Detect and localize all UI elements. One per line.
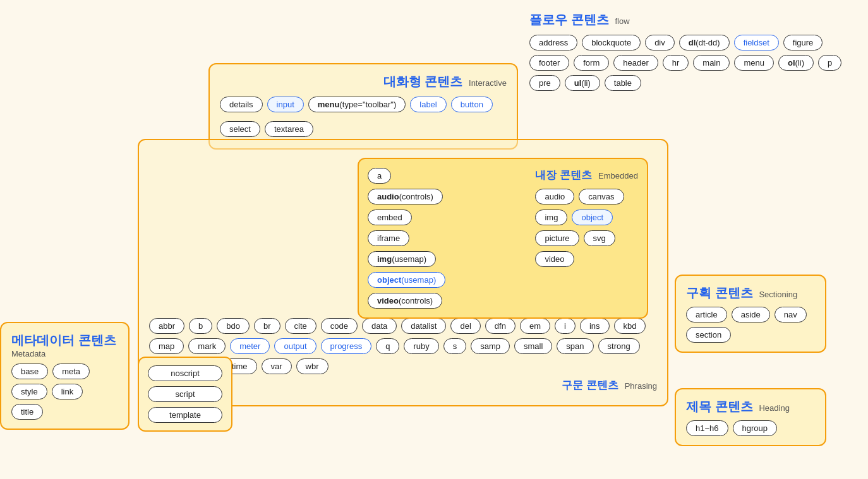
tag-video: video (535, 251, 574, 267)
tag-menu-type--toolbar--: menu(type="toolbar") (308, 97, 406, 112)
interactive-tags: detailsinputmenu(type="toolbar")labelbut… (220, 97, 507, 137)
tag-a: a (368, 168, 391, 184)
tag-dfn: dfn (485, 318, 515, 334)
tag-style: style (11, 384, 47, 399)
tag-aside: aside (732, 307, 770, 322)
tag-dl-dt-dd-: dl(dt-dd) (679, 35, 730, 50)
flow-tags: addressblockquotedivdl(dt-dd)fieldsetfig… (529, 35, 858, 91)
tag-button: button (451, 97, 493, 112)
tag-nav: nav (775, 307, 807, 322)
interactive-box: 대화형 콘텐츠 Interactive detailsinputmenu(typ… (208, 63, 518, 150)
sectioning-tags: articleasidenavsection (686, 307, 815, 343)
tag-article: article (686, 307, 727, 322)
tag-em: em (520, 318, 550, 334)
tag-output: output (274, 338, 316, 354)
tag-fieldset: fieldset (734, 35, 779, 50)
sectioning-box: 구획 콘텐츠 Sectioning articleasidenavsection (675, 275, 826, 353)
embedded-inner: aaudio(controls)embediframeimg(usemap)ob… (368, 168, 638, 309)
tag-hgroup: hgroup (733, 420, 777, 436)
tag-kbd: kbd (614, 318, 646, 334)
tag-video-controls-: video(controls) (368, 293, 442, 309)
tag-blockquote: blockquote (582, 35, 641, 50)
tag-figure: figure (783, 35, 823, 50)
tag-strong: strong (598, 338, 640, 354)
tag-map: map (149, 338, 184, 354)
tag-footer: footer (529, 55, 569, 71)
tag-table: table (605, 75, 641, 91)
tag-select: select (220, 121, 260, 137)
tag-var: var (262, 358, 292, 374)
tag-p: p (818, 55, 841, 71)
heading-title-kr: 제목 콘텐츠 (686, 399, 753, 413)
tag-iframe: iframe (368, 230, 409, 246)
tag-s: s (443, 338, 467, 354)
script-box: noscriptscripttemplate (138, 357, 232, 432)
embedded-title-kr: 내장 콘텐츠 (535, 169, 592, 181)
tag-samp: samp (471, 338, 510, 354)
tag-template: template (148, 407, 222, 423)
tag-object: object (572, 210, 613, 225)
tag-audio-controls-: audio(controls) (368, 189, 443, 204)
heading-box: 제목 콘텐츠 Heading h1~h6hgroup (675, 388, 826, 446)
tag-menu: menu (734, 55, 774, 71)
tag-b: b (189, 318, 212, 334)
tag-address: address (529, 35, 577, 50)
embedded-title-en: Embedded (598, 171, 638, 180)
metadata-tags: basemetastylelinktitle (11, 364, 118, 420)
tag-object-usemap-: object(usemap) (368, 272, 445, 288)
interactive-title-kr: 대화형 콘텐츠 (383, 74, 463, 88)
flow-title-kr: 플로우 콘텐츠 (529, 13, 609, 27)
tag-section: section (686, 327, 731, 343)
phrasing-title-en: Phrasing (625, 381, 657, 391)
tag-textarea: textarea (265, 121, 313, 137)
sectioning-title-block: 구획 콘텐츠 Sectioning (686, 285, 815, 302)
tag-hr: hr (663, 55, 689, 71)
metadata-title-block: 메타데이터 콘텐츠 Metadata (11, 332, 118, 358)
tag-label: label (410, 97, 446, 112)
tag-span: span (557, 338, 593, 354)
tag-wbr: wbr (296, 358, 329, 374)
tag-ins: ins (580, 318, 610, 334)
tag-base: base (11, 364, 48, 379)
tag-mark: mark (188, 338, 226, 354)
tag-title: title (11, 404, 43, 420)
tag-audio: audio (535, 189, 574, 204)
tag-picture: picture (535, 230, 579, 246)
interactive-title-en: Interactive (469, 78, 507, 88)
tag-q: q (376, 338, 399, 354)
sectioning-title-en: Sectioning (759, 290, 797, 299)
metadata-title-en: Metadata (11, 349, 118, 358)
tag-small: small (514, 338, 552, 354)
tag-meter: meter (230, 338, 270, 354)
tag-datalist: datalist (401, 318, 446, 334)
tag-img-usemap-: img(usemap) (368, 251, 436, 267)
metadata-title-kr: 메타데이터 콘텐츠 (11, 332, 118, 349)
main-container: 플로우 콘텐츠 flow addressblockquotedivdl(dt-d… (0, 0, 868, 479)
heading-tags: h1~h6hgroup (686, 420, 815, 436)
phrasing-title-kr: 구문 콘텐츠 (562, 379, 618, 391)
tag-abbr: abbr (149, 318, 184, 334)
tag-progress: progress (321, 338, 372, 354)
tag-ol-li-: ol(li) (778, 55, 814, 71)
tag-input: input (267, 97, 304, 112)
tag-cite: cite (285, 318, 316, 334)
sectioning-title-kr: 구획 콘텐츠 (686, 286, 753, 300)
tag-form: form (574, 55, 609, 71)
tag-embed: embed (368, 210, 412, 225)
flow-title: 플로우 콘텐츠 flow (529, 11, 858, 28)
tag-div: div (645, 35, 675, 50)
tag-br: br (254, 318, 280, 334)
tag-data: data (362, 318, 397, 334)
embedded-right: 내장 콘텐츠 Embedded audiocanvasimgobjectpict… (535, 168, 638, 267)
embedded-title-block: 내장 콘텐츠 Embedded (535, 168, 638, 182)
tag-ruby: ruby (404, 338, 438, 354)
tag-h1-h6: h1~h6 (686, 420, 728, 436)
metadata-box: 메타데이터 콘텐츠 Metadata basemetastylelinktitl… (0, 322, 130, 430)
tag-i: i (555, 318, 576, 334)
tag-noscript: noscript (148, 365, 222, 381)
embedded-left-tags: aaudio(controls)embediframeimg(usemap)ob… (368, 168, 445, 309)
embedded-box: aaudio(controls)embediframeimg(usemap)ob… (358, 158, 648, 319)
tag-bdo: bdo (217, 318, 250, 334)
heading-title-block: 제목 콘텐츠 Heading (686, 398, 815, 415)
tag-link: link (52, 384, 83, 399)
